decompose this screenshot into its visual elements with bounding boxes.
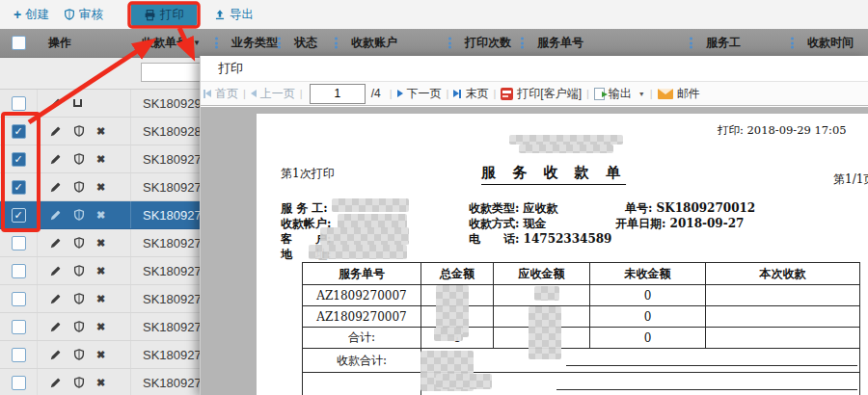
redacted-amount [534,286,559,301]
output-icon [594,88,605,100]
preview-area: 打印: 2018-09-29 17:05 第1次打印 服 务 收 款 单 第1/… [201,107,868,395]
column-header-8[interactable]: 收款时间 [796,29,868,57]
shield-icon[interactable] [73,321,85,332]
column-header-5[interactable]: 打印次数 [453,29,526,57]
receipt-cell: 0 [590,328,706,349]
doc-page-indicator: 第1/1页 [833,171,868,188]
shield-icon[interactable] [73,209,85,221]
column-menu-icon[interactable] [278,36,281,50]
column-header-0[interactable]: 操作 [37,29,130,57]
edit-icon[interactable] [49,349,62,361]
row-checkbox[interactable]: ✓ [12,180,26,195]
next-page-button[interactable]: 下一页 [397,86,442,102]
column-menu-icon[interactable] [690,36,692,50]
column-menu-icon[interactable] [335,36,338,50]
column-header-2[interactable]: 业务类型 [220,29,283,57]
edit-icon[interactable] [49,265,62,277]
output-button[interactable]: 输出 ▼ [594,86,645,102]
delete-icon[interactable]: ✖ [96,181,105,194]
open-box-icon[interactable] [73,99,82,107]
print-dialog-title: 打印 [201,56,868,81]
shield-icon[interactable] [73,153,85,165]
row-checkbox[interactable] [12,320,26,334]
receipt-cell: 0 [590,306,706,328]
create-button[interactable]: + 创建 [8,3,55,26]
edit-icon[interactable] [49,125,62,138]
row-checkbox[interactable] [12,96,26,111]
column-menu-icon[interactable] [448,36,451,50]
row-checkbox[interactable] [12,292,26,306]
export-button[interactable]: 导出 [208,3,259,26]
shield-icon[interactable] [73,265,85,276]
audit-button[interactable]: 审核 [58,3,109,26]
row-checkbox[interactable] [12,376,26,390]
column-header-1[interactable]: 收款单号 ▼ [130,29,220,57]
prev-page-button[interactable]: 上一页 [251,86,295,102]
edit-icon[interactable] [49,293,62,305]
column-menu-icon[interactable] [791,36,794,50]
receipt-cell [706,285,860,306]
select-all-checkbox[interactable] [12,36,26,50]
first-page-button[interactable]: 首页 [203,86,238,102]
shield-icon[interactable] [73,293,85,304]
mail-icon [658,89,673,99]
row-checkbox[interactable] [12,264,26,278]
delete-icon[interactable]: ✖ [96,265,105,277]
redacted-value [320,227,409,245]
last-page-button[interactable]: 末页 [453,86,488,102]
row-actions [38,90,131,117]
delete-icon[interactable]: ✖ [96,349,105,361]
row-checkbox[interactable]: ✓ [12,208,26,223]
page-number-input[interactable] [310,84,366,104]
column-menu-icon[interactable] [215,36,218,50]
print-attempt: 第1次打印 [281,166,335,182]
sort-desc-icon: ▼ [193,39,201,47]
edit-icon[interactable] [49,209,62,222]
row-checkbox[interactable] [12,348,26,362]
shield-icon[interactable] [73,349,85,360]
column-menu-icon[interactable] [521,36,524,50]
shield-icon[interactable] [73,125,85,137]
shield-icon[interactable] [73,181,85,193]
total-label: 收款合计: [303,349,421,373]
delete-icon[interactable]: ✖ [96,125,105,138]
row-actions: ✖ [38,201,131,228]
print-button[interactable]: 打印 [131,3,197,26]
row-checkbox[interactable]: ✓ [12,124,26,139]
print-dialog: 打印 首页 | 上一页 | /4 | 下一页 | 末页 [200,56,868,395]
print-client-button[interactable]: 打印[客户端] [501,86,582,102]
separator: | [447,88,449,99]
plus-icon: + [14,8,21,21]
column-header-6[interactable]: 服务单号 [526,29,694,57]
edit-icon[interactable] [49,321,62,333]
redacted-value [332,198,409,212]
edit-icon[interactable] [49,377,62,389]
upload-icon [214,9,226,20]
mail-button[interactable]: 邮件 [658,86,700,102]
document-title: 服 务 收 款 单 [481,164,626,185]
delete-icon[interactable]: ✖ [96,293,105,305]
receipt-cell [706,328,860,349]
delete-icon[interactable]: ✖ [96,321,105,333]
delete-icon[interactable]: ✖ [96,237,105,250]
column-header-4[interactable]: 收款账户 [339,29,453,57]
column-label: 打印次数 [465,35,511,51]
create-button-label: 创建 [25,7,49,23]
edit-icon[interactable] [49,181,62,194]
shield-icon[interactable] [73,237,85,249]
edit-icon[interactable] [49,153,62,166]
row-checkbox[interactable]: ✓ [12,152,26,167]
edit-icon[interactable] [49,97,62,110]
column-header-7[interactable]: 服务工 [694,29,796,57]
delete-icon[interactable]: ✖ [96,209,105,222]
receipt-cell: AZ1809270007 [303,285,421,306]
delete-icon[interactable]: ✖ [96,153,105,166]
delete-icon[interactable]: ✖ [96,377,105,389]
redacted-value [309,245,407,259]
receipt-col-header: 总金额 [421,263,494,285]
separator: | [586,88,589,99]
row-checkbox[interactable] [12,236,26,250]
shield-icon[interactable] [73,377,85,388]
column-header-3[interactable]: 状态 [283,29,339,57]
edit-icon[interactable] [49,237,62,250]
